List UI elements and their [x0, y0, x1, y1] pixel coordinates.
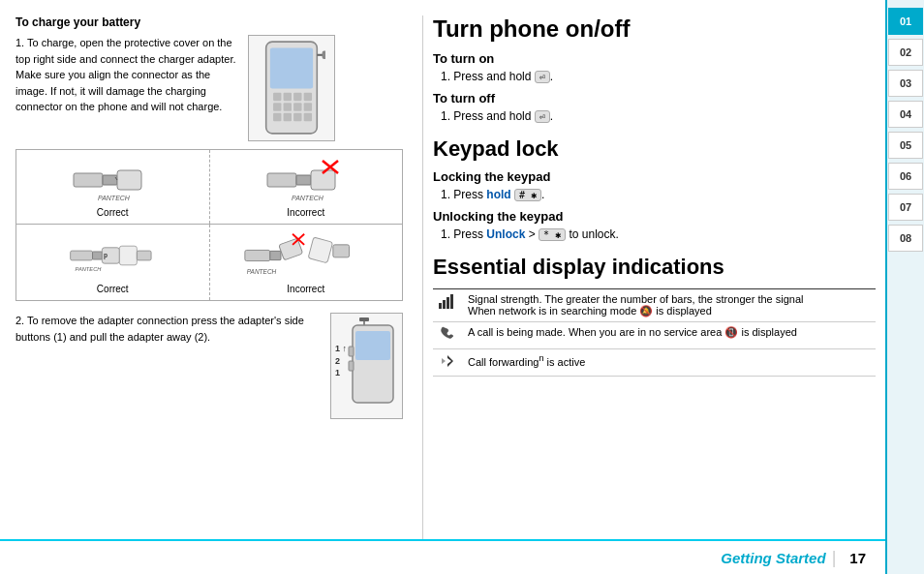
charge-title: To charge your battery: [15, 15, 403, 29]
correct-connector-img2: PANTECH p: [69, 230, 156, 281]
sidebar-item-03[interactable]: 03: [888, 70, 923, 97]
svg-rect-15: [323, 51, 325, 59]
svg-rect-9: [304, 103, 312, 110]
correct-box2: PANTECH p Correct: [16, 225, 210, 300]
svg-rect-48: [349, 361, 354, 371]
phone-image: [248, 35, 335, 141]
locking-subheading: Locking the keypad: [433, 169, 876, 184]
svg-rect-50: [359, 317, 369, 321]
bottom-bar: Getting Started | 17: [0, 539, 885, 574]
connector-row1: PANTECH Correct PANTECH Incorrect: [15, 149, 403, 225]
incorrect-connector-img2: PANTECH: [243, 230, 369, 281]
sidebar-item-01[interactable]: 01: [888, 8, 923, 35]
sidebar-item-07[interactable]: 07: [888, 194, 923, 221]
step2-phone-image: 1 ↑ 2 1: [330, 313, 403, 419]
svg-text:PANTECH: PANTECH: [98, 195, 131, 201]
indications-table: Signal strength. The greater the number …: [433, 288, 876, 377]
star-key: * ✱: [539, 228, 566, 241]
svg-rect-5: [304, 93, 312, 101]
svg-rect-4: [293, 93, 301, 101]
unlocking-subheading: Unlocking the keypad: [433, 209, 876, 224]
svg-rect-1: [270, 47, 313, 88]
svg-rect-52: [443, 300, 446, 309]
table-row: Call forwardingn is active: [433, 348, 876, 376]
right-column: Turn phone on/off To turn on 1. Press an…: [422, 15, 876, 564]
connector-row2: PANTECH p Correct: [15, 225, 403, 301]
sidebar-item-02[interactable]: 02: [888, 39, 923, 66]
turn-on-subheading: To turn on: [433, 51, 876, 66]
forward-text: Call forwardingn is active: [462, 348, 876, 376]
svg-rect-18: [117, 170, 141, 190]
turn-heading: Turn phone on/off: [433, 15, 876, 44]
sidebar-item-05[interactable]: 05: [888, 132, 923, 159]
sidebar: 01 02 03 04 05 06 07 08: [885, 0, 924, 574]
turn-on-step: 1. Press and hold ⏎.: [441, 70, 876, 83]
incorrect-box1: PANTECH Incorrect: [210, 150, 403, 224]
unlock-text: Unlock: [486, 227, 525, 241]
correct-label1: Correct: [97, 207, 129, 218]
table-row: Signal strength. The greater the number …: [433, 288, 876, 321]
correct-label2: Correct: [97, 284, 129, 294]
svg-rect-38: [333, 245, 350, 257]
signal-icon: [433, 288, 462, 321]
svg-rect-3: [284, 93, 292, 101]
table-row: A call is being made. When you are in no…: [433, 321, 876, 348]
svg-rect-11: [284, 113, 292, 121]
svg-rect-16: [74, 173, 103, 187]
svg-rect-54: [450, 294, 453, 309]
svg-rect-21: [267, 173, 296, 187]
power-key-off: ⏎: [535, 110, 550, 123]
svg-rect-22: [296, 175, 311, 185]
step2-section: 2. To remove the adapter connection pres…: [15, 313, 403, 419]
correct-box1: PANTECH Correct: [16, 150, 210, 224]
step2-text: 2. To remove the adapter connection pres…: [15, 313, 317, 345]
turn-off-subheading: To turn off: [433, 91, 876, 106]
svg-rect-46: [355, 331, 390, 360]
sidebar-item-04[interactable]: 04: [888, 101, 923, 128]
svg-rect-6: [273, 103, 281, 110]
svg-rect-34: [245, 250, 270, 260]
svg-rect-13: [304, 113, 312, 121]
svg-rect-51: [439, 303, 442, 309]
power-key-on: ⏎: [535, 71, 550, 83]
svg-rect-8: [293, 103, 301, 110]
svg-rect-27: [71, 251, 93, 260]
page-number: 17: [849, 550, 866, 566]
svg-text:PANTECH: PANTECH: [246, 268, 276, 275]
svg-rect-7: [284, 103, 292, 110]
incorrect-label2: Incorrect: [287, 284, 324, 294]
svg-rect-28: [93, 252, 103, 259]
call-text: A call is being made. When you are in no…: [462, 321, 876, 348]
svg-text:PANTECH: PANTECH: [76, 266, 103, 272]
svg-rect-12: [293, 113, 301, 121]
incorrect-connector-img1: PANTECH: [262, 156, 350, 204]
hold-text: hold: [486, 188, 510, 201]
svg-rect-10: [273, 113, 281, 121]
svg-text:1 ↑: 1 ↑: [335, 344, 347, 353]
charge-text: 1. To charge, open the protective cover …: [15, 35, 238, 115]
svg-rect-37: [308, 237, 333, 263]
svg-rect-2: [273, 93, 281, 101]
svg-rect-31: [138, 251, 152, 260]
svg-text:PANTECH: PANTECH: [292, 195, 324, 201]
locking-step: 1. Press hold # ✱.: [441, 188, 876, 201]
signal-text: Signal strength. The greater the number …: [462, 288, 876, 321]
svg-text:2: 2: [335, 356, 340, 366]
svg-text:p: p: [104, 252, 108, 259]
sidebar-item-06[interactable]: 06: [888, 163, 923, 190]
svg-rect-17: [103, 175, 117, 185]
svg-rect-36: [279, 238, 303, 260]
essential-heading: Essential display indications: [433, 255, 876, 280]
incorrect-label1: Incorrect: [287, 207, 324, 218]
keypad-heading: Keypad lock: [433, 136, 876, 162]
forward-icon: [433, 348, 462, 376]
section-label: Getting Started: [721, 550, 825, 566]
hash-key: # ✱: [514, 189, 541, 201]
turn-off-step: 1. Press and hold ⏎.: [441, 109, 876, 123]
svg-rect-47: [349, 347, 354, 356]
sidebar-item-08[interactable]: 08: [888, 225, 923, 252]
call-icon: [433, 321, 462, 348]
svg-rect-30: [120, 246, 138, 265]
unlocking-step: 1. Press Unlock > * ✱ to unlock.: [441, 227, 876, 241]
correct-connector-img1: PANTECH: [69, 156, 156, 204]
